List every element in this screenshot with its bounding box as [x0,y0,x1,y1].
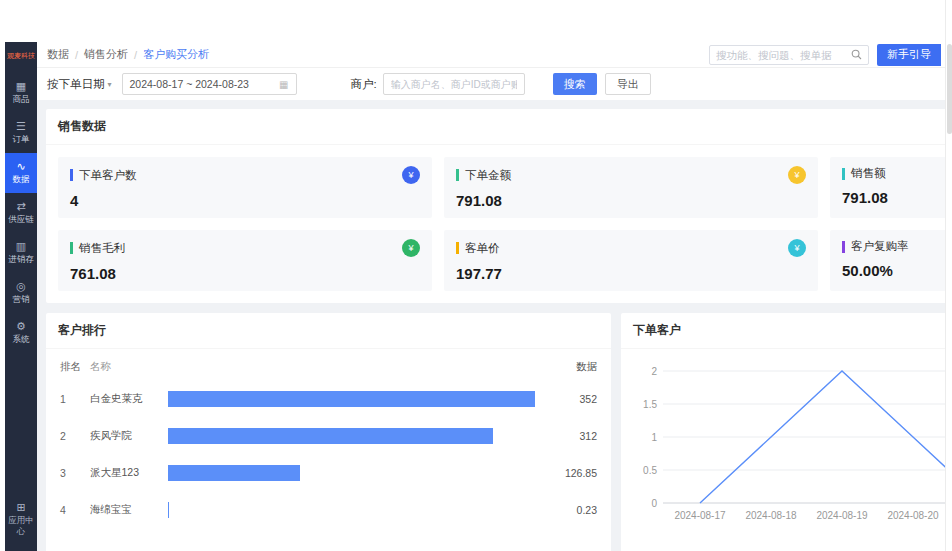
stat-tile-repurchase-rate: 客户复购率50.00% [830,230,945,291]
value-cell: 312 [545,430,597,442]
ranking-bar [168,502,169,518]
stats-grid: 下单客户数¥4下单金额¥791.08销售额791.08销售毛利¥761.08客单… [46,145,945,303]
ranking-column-header: 名称 [90,360,545,374]
sidebar-item-label: 营销 [11,294,32,305]
bar-cell [168,465,545,481]
topbar-right: 新手引导 [709,44,941,66]
stat-accent-bar [842,241,845,253]
calendar-icon: ▦ [279,79,288,90]
sidebar-item-label: 供应链 [6,214,36,225]
y-axis-tick-label: 1.5 [643,399,657,410]
table-row: 1白金史莱克352 [60,381,597,418]
stat-accent-bar [456,169,459,181]
filter-toolbar: 按下单日期 ▾ 2024-08-17 ~ 2024-08-23 ▦ 商户: 搜索… [37,68,945,100]
stat-tile-avg-order-value: 客单价¥197.77 [444,230,818,291]
logo: 观麦科技 [5,42,37,69]
date-type-label: 按下单日期 [47,77,105,92]
table-row: 2疾风学院312 [60,418,597,455]
y-axis-tick-label: 0 [651,498,657,509]
chevron-down-icon: ▾ [108,80,112,89]
date-range-input[interactable]: 2024-08-17 ~ 2024-08-23 ▦ [122,73,297,95]
link-icon: ⇄ [16,201,25,212]
target-icon: ◎ [16,281,26,292]
x-axis-tick-label: 2024-08-20 [887,510,939,521]
stat-label: 下单客户数 [79,168,402,183]
sidebar-item-label: 商品 [11,94,32,105]
sidebar-item-app-center[interactable]: ⊞ 应用中心 [5,494,37,551]
merchant-search-input[interactable] [383,73,525,95]
cube-icon: ▥ [16,241,26,252]
y-axis-tick-label: 1 [651,432,657,443]
stat-tile-order-amount: 下单金额¥791.08 [444,157,818,218]
date-range-value: 2024-08-17 ~ 2024-08-23 [130,78,249,90]
ranking-bar [168,465,300,481]
sidebar-item-label: 数据 [11,174,32,185]
stat-tile-gross-profit: 销售毛利¥761.08 [58,230,432,291]
table-row: 3派大星123126.85 [60,455,597,492]
rank-cell: 1 [60,393,90,405]
order-customers-card: 下单客户 00.511.522024-08-172024-08-182024-0… [621,313,945,551]
sidebar-item-marketing[interactable]: ◎营销 [5,273,37,313]
stat-accent-bar [456,242,459,254]
topbar: 数据/销售分析/客户购买分析 新手引导 [37,42,945,68]
sidebar-item-data[interactable]: ∿数据 [5,153,37,193]
sidebar-item-system[interactable]: ⚙系统 [5,313,37,353]
merchant-label: 商户: [351,77,377,92]
global-search[interactable] [709,45,869,65]
ranking-table: 排名名称数据1白金史莱克3522疾风学院3123派大星123126.854海绵宝… [46,349,611,533]
sales-data-card: 销售数据 下单客户数¥4下单金额¥791.08销售额791.08销售毛利¥761… [46,109,945,303]
yuan-coin-icon: ¥ [402,166,420,184]
sidebar-item-goods[interactable]: ▦商品 [5,73,37,113]
stat-label: 销售毛利 [79,241,402,256]
gear-icon: ⚙ [16,321,26,332]
yuan-coin-icon: ¥ [788,166,806,184]
search-button[interactable]: 搜索 [553,73,597,95]
date-type-select[interactable]: 按下单日期 ▾ [47,77,112,92]
global-search-input[interactable] [716,49,851,61]
breadcrumb-item[interactable]: 数据 [47,47,69,62]
stat-label: 销售额 [851,166,945,181]
grid-icon: ⊞ [16,502,25,513]
x-axis-tick-label: 2024-08-17 [674,510,726,521]
content: 销售数据 下单客户数¥4下单金额¥791.08销售额791.08销售毛利¥761… [37,100,945,551]
stat-accent-bar [70,169,73,181]
breadcrumb-separator: / [75,49,78,61]
export-button[interactable]: 导出 [605,73,651,95]
breadcrumb-separator: / [134,49,137,61]
customer-ranking-card: 客户排行 排名名称数据1白金史莱克3522疾风学院3123派大星123126.8… [46,313,611,551]
bar-cell [168,502,545,518]
breadcrumb-item: 客户购买分析 [143,47,209,62]
name-cell: 疾风学院 [90,429,168,443]
ranking-header-row: 排名名称数据 [60,353,597,381]
sales-card-title: 销售数据 [46,109,945,145]
stat-value: 761.08 [70,265,420,282]
search-icon[interactable] [851,49,862,60]
breadcrumb-item[interactable]: 销售分析 [84,47,128,62]
stat-value: 4 [70,192,420,209]
rank-cell: 4 [60,504,90,516]
stat-label: 客单价 [465,241,788,256]
sidebar-item-label: 进销存 [6,254,36,265]
value-cell: 352 [545,393,597,405]
guide-button[interactable]: 新手引导 [877,44,941,66]
sidebar-nav: ▦商品☰订单∿数据⇄供应链▥进销存◎营销⚙系统 [5,73,37,353]
sidebar-item-supply-chain[interactable]: ⇄供应链 [5,193,37,233]
stat-tile-order-customers: 下单客户数¥4 [58,157,432,218]
y-axis-tick-label: 2 [651,366,657,377]
stat-accent-bar [70,242,73,254]
scrollbar[interactable] [945,0,952,551]
bar-cell [168,391,545,407]
line-chart: 00.511.522024-08-172024-08-182024-08-192… [629,353,945,538]
sidebar-item-orders[interactable]: ☰订单 [5,113,37,153]
sidebar-item-label: 系统 [11,334,32,345]
rank-cell: 2 [60,430,90,442]
chart-area: 00.511.522024-08-172024-08-182024-08-192… [621,349,945,546]
chart-card-title: 下单客户 [621,313,945,349]
stat-value: 50.00% [842,262,945,279]
sidebar-item-inventory[interactable]: ▥进销存 [5,233,37,273]
ranking-bar [168,428,493,444]
name-cell: 派大星123 [90,466,168,480]
scrollbar-thumb[interactable] [947,44,952,134]
sidebar: 观麦科技 ▦商品☰订单∿数据⇄供应链▥进销存◎营销⚙系统 ⊞ 应用中心 [5,42,37,551]
app-window: 观麦科技 ▦商品☰订单∿数据⇄供应链▥进销存◎营销⚙系统 ⊞ 应用中心 数据/销… [5,42,945,551]
